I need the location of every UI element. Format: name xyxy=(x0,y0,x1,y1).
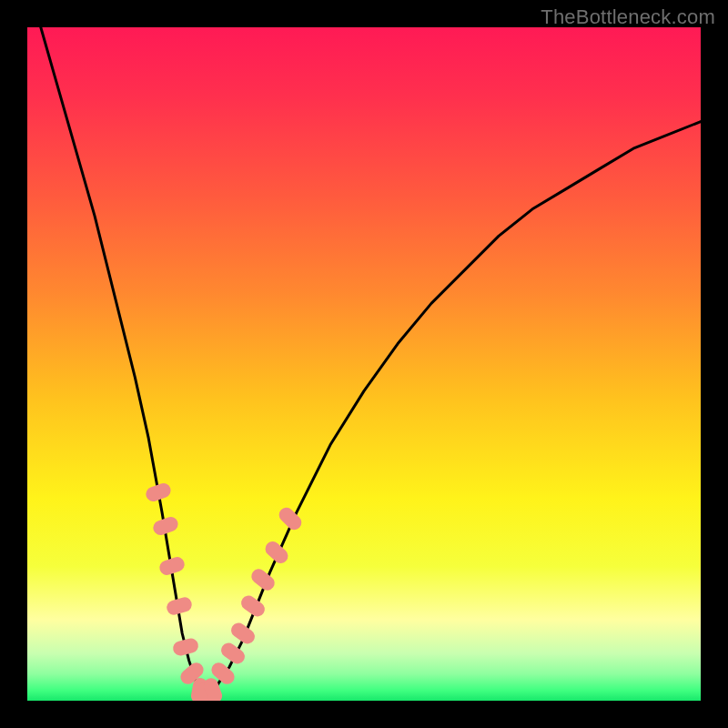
watermark-text: TheBottleneck.com xyxy=(541,5,715,29)
chart-frame: TheBottleneck.com xyxy=(0,0,728,728)
plot-area xyxy=(27,27,701,701)
bottleneck-curve xyxy=(27,27,701,701)
